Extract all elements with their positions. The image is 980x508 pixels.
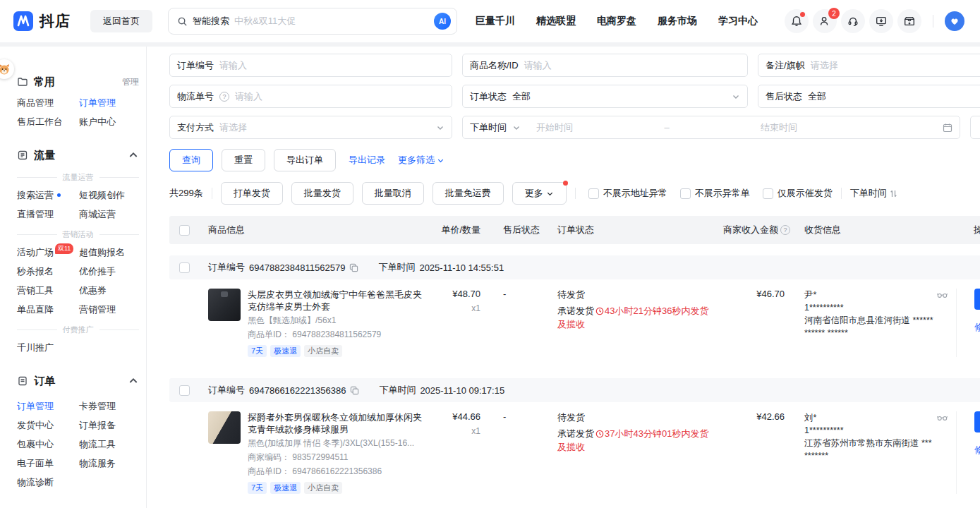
more-filters-link[interactable]: 更多筛选: [398, 154, 444, 167]
sidebar-item-order-mgmt-2[interactable]: 订单管理: [17, 397, 79, 416]
privacy-view-icon[interactable]: [937, 290, 948, 301]
sidebar-item-price-pusher[interactable]: 优价推手: [79, 262, 139, 281]
ai-search-button[interactable]: AI: [434, 13, 451, 30]
doudian-logo-icon: [13, 11, 34, 32]
product-image[interactable]: [208, 411, 241, 444]
customer-service-icon[interactable]: [841, 9, 865, 33]
search-button[interactable]: 查询: [169, 149, 213, 171]
nav-luopan[interactable]: 电商罗盘: [597, 15, 636, 28]
help-icon[interactable]: ?: [219, 92, 229, 102]
sidebar-item-logistics-diagnosis[interactable]: 物流诊断: [17, 473, 79, 492]
copy-icon[interactable]: [350, 386, 359, 395]
resource-box-icon[interactable]: [897, 9, 921, 33]
copy-icon[interactable]: [349, 263, 358, 272]
receiver-address: 河南省信阳市息县淮河街道 ************ ******: [804, 314, 956, 339]
ship-button-clipped[interactable]: [974, 411, 980, 433]
sidebar-item-order-mgmt[interactable]: 订单管理: [79, 93, 139, 112]
sidebar-item-shortvideo[interactable]: 短视频创作: [79, 186, 139, 205]
nav-fuwu[interactable]: 服务市场: [658, 15, 697, 28]
sidebar-item-marketing-tools[interactable]: 营销工具: [17, 281, 79, 300]
edit-address-link[interactable]: 修: [974, 321, 980, 334]
back-home-button[interactable]: 返回首页: [90, 10, 152, 32]
receiver-name: 尹*: [804, 289, 956, 301]
sidebar-item-product-mgmt[interactable]: 商品管理: [17, 93, 79, 112]
sort-by-order-time[interactable]: 下单时间: [850, 187, 897, 200]
sidebar-item-card-coupon[interactable]: 卡券管理: [79, 397, 139, 416]
sidebar-item-qianchuan-promo[interactable]: 千川推广: [17, 338, 79, 357]
orders-table: 商品信息 单价/数量 售后状态 订单状态 商家收入金额 ? 收货信息 操作 订单…: [169, 216, 980, 508]
sidebar-item-order-report[interactable]: 订单报备: [79, 416, 139, 435]
batch-ship-button[interactable]: 批量发货: [291, 182, 353, 205]
reset-button[interactable]: 重置: [222, 149, 265, 171]
hide-address-abnormal-checkbox[interactable]: 不展示地址异常: [588, 187, 667, 200]
income-help-icon[interactable]: ?: [780, 225, 790, 235]
filter-extra-clipped[interactable]: [970, 116, 980, 139]
contacts-icon[interactable]: 2: [813, 9, 837, 33]
filter-order-no[interactable]: 订单编号 请输入: [169, 54, 452, 77]
assistant-pet-icon[interactable]: [0, 59, 14, 79]
sidebar-item-search-ops[interactable]: 搜索运营: [17, 186, 79, 205]
sidebar-item-value-buy[interactable]: 超值购报名: [79, 243, 139, 262]
ship-button-clipped[interactable]: [974, 289, 980, 310]
more-actions-button[interactable]: 更多: [512, 182, 567, 205]
nav-xuexi[interactable]: 学习中心: [718, 15, 758, 28]
filter-order-status[interactable]: 订单状态 全部: [462, 85, 748, 108]
nav-jingxuan[interactable]: 精选联盟: [536, 15, 576, 28]
sidebar-item-activity-plaza[interactable]: 活动广场双11: [17, 243, 79, 262]
doudian-logo[interactable]: 抖店: [13, 11, 71, 32]
filter-remark-flag[interactable]: 备注/旗帜 请选择: [758, 54, 980, 77]
export-orders-button[interactable]: 导出订单: [274, 149, 336, 171]
sidebar-item-package-center[interactable]: 包裹中心: [17, 435, 79, 454]
filter-order-time-range[interactable]: 下单时间 开始时间 – 结束时间: [462, 116, 960, 139]
sidebar-item-ship-center[interactable]: 发货中心: [17, 416, 79, 435]
end-time-placeholder: 结束时间: [761, 121, 937, 134]
sidebar-item-ewaybill[interactable]: 电子面单: [17, 454, 79, 473]
sidebar-item-coupons[interactable]: 优惠券: [79, 281, 139, 300]
sidebar-item-aftersale-bench[interactable]: 售后工作台: [17, 112, 79, 131]
sidebar-group-traffic: 流量 流量运营 搜索运营 短视频创作 直播管理 商城运营 营销活动 活动广场双1…: [17, 144, 139, 357]
manage-link[interactable]: 管理: [122, 76, 139, 88]
filter-tracking-no[interactable]: 物流单号 ? 请输入: [169, 85, 452, 108]
privacy-view-icon[interactable]: [937, 413, 948, 423]
order-checkbox[interactable]: [179, 262, 190, 273]
sidebar-item-account-center[interactable]: 账户中心: [79, 112, 139, 131]
filter-aftersale-status[interactable]: 售后状态 全部: [758, 85, 980, 108]
download-client-icon[interactable]: [869, 9, 893, 33]
order-checkbox[interactable]: [179, 385, 190, 396]
sidebar-item-marketing-mgmt[interactable]: 营销管理: [79, 300, 139, 319]
product-title[interactable]: 头层皮衣男立领加绒海宁中年爸爸黑毛皮夹克仿绵羊皮男士外套: [248, 289, 423, 313]
unit-price: ¥44.66: [434, 411, 480, 422]
print-ship-button[interactable]: 打单发货: [221, 182, 283, 205]
global-search-input[interactable]: 智能搜索 中秋&双11大促 AI: [168, 8, 457, 35]
batch-free-shipping-button[interactable]: 批量免运费: [432, 182, 504, 205]
chevron-down-icon: [512, 123, 521, 132]
sidebar-item-single-discount[interactable]: 单品直降: [17, 300, 79, 319]
calendar-icon[interactable]: [943, 123, 952, 133]
tag-7day: 7天: [248, 345, 267, 357]
export-log-link[interactable]: 导出记录: [349, 154, 385, 167]
table-header: 商品信息 单价/数量 售后状态 订单状态 商家收入金额 ? 收货信息 操作: [169, 216, 980, 244]
nav-qianchuan[interactable]: 巨量千川: [476, 15, 515, 28]
chevron-up-icon[interactable]: [128, 375, 139, 387]
chevron-down-icon: [437, 157, 444, 164]
only-urged-checkbox[interactable]: 仅展示催发货: [763, 187, 833, 200]
batch-cancel-button[interactable]: 批量取消: [362, 182, 424, 205]
select-all-checkbox[interactable]: [179, 225, 190, 236]
sidebar-item-logistics-service[interactable]: 物流服务: [79, 454, 139, 473]
bell-dot: [800, 12, 805, 17]
notification-bell-icon[interactable]: [785, 9, 809, 33]
filter-product-name[interactable]: 商品名称/ID 请输入: [462, 54, 748, 77]
product-title[interactable]: 探爵者外套男保暖秋冬立领加绒加厚休闲夹克青年绒款修身棒球服男: [248, 411, 423, 435]
account-avatar[interactable]: [945, 11, 964, 31]
tag-fast-refund: 极速退: [270, 482, 301, 494]
hide-abnormal-order-checkbox[interactable]: 不展示异常单: [680, 187, 750, 200]
sidebar-item-live-mgmt[interactable]: 直播管理: [17, 205, 79, 224]
sidebar-item-flashsale[interactable]: 秒杀报名: [17, 262, 79, 281]
edit-address-link[interactable]: 修: [974, 444, 980, 456]
product-image[interactable]: [208, 289, 241, 321]
sidebar-item-mall-ops[interactable]: 商城运营: [79, 205, 139, 224]
filter-payment-method[interactable]: 支付方式 请选择: [169, 116, 452, 139]
sidebar-group-aftersale: 售后 售后工作台 服务工单 消费者权益 小额打款: [17, 504, 139, 508]
chevron-up-icon[interactable]: [128, 150, 139, 161]
sidebar-item-logistics-tools[interactable]: 物流工具: [79, 435, 139, 454]
